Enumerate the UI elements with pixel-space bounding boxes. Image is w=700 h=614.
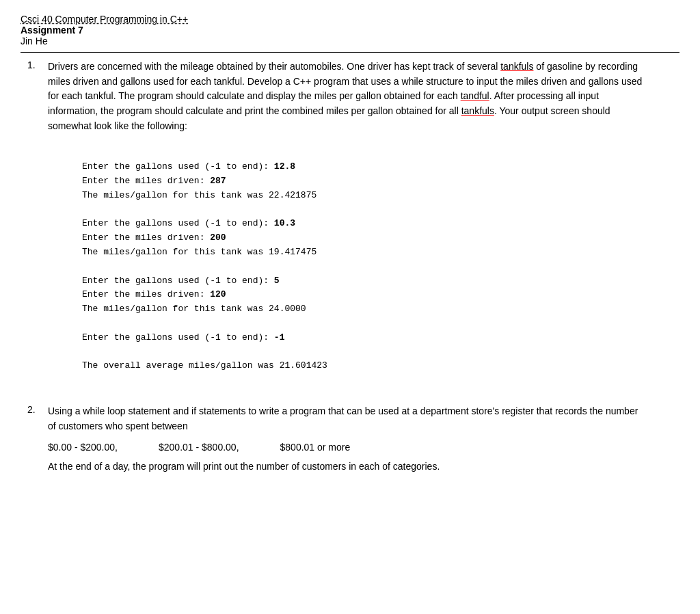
code-line-1: Enter the gallons used (-1 to end): 12.8 [82, 161, 295, 172]
gallons-value-2: 10.3 [274, 218, 295, 228]
question-1: 1. Drivers are concerned with the mileag… [27, 59, 679, 388]
price-range-3: $800.01 or more [280, 442, 351, 453]
question-1-number: 1. [27, 59, 48, 70]
code-line-4: Enter the gallons used (-1 to end): 10.3 [82, 218, 295, 228]
code-line-8: Enter the miles driven: 120 [82, 289, 226, 299]
miles-value-3: 120 [210, 289, 226, 299]
gallons-value-4: -1 [274, 332, 285, 343]
tankfuls-2: tankfuls [461, 105, 494, 116]
code-line-9: The miles/gallon for this tank was 24.00… [82, 304, 306, 314]
price-ranges: $0.00 - $200.00, $200.01 - $800.00, $800… [48, 442, 679, 453]
code-line-5: Enter the miles driven: 200 [82, 232, 226, 243]
question-2: 2. Using a while loop statement and if s… [27, 404, 679, 475]
tandful: tandful [461, 90, 489, 101]
question-2-number: 2. [27, 404, 48, 415]
header-divider [21, 52, 679, 53]
question-2-conclusion: At the end of a day, the program will pr… [48, 459, 643, 475]
code-line-11: The overall average miles/gallon was 21.… [82, 360, 327, 371]
tankfuls-1: tankfuls [500, 61, 533, 72]
course-title: Csci 40 Computer Programming in C++ [21, 14, 679, 25]
price-range-2: $200.01 - $800.00, [159, 442, 239, 453]
gallons-value-1: 12.8 [274, 161, 295, 172]
code-line-3: The miles/gallon for this tank was 22.42… [82, 190, 317, 200]
code-output-block: Enter the gallons used (-1 to end): 12.8… [82, 146, 679, 388]
code-line-2: Enter the miles driven: 287 [82, 176, 226, 186]
code-line-7: Enter the gallons used (-1 to end): 5 [82, 276, 280, 286]
price-range-1: $0.00 - $200.00, [48, 442, 118, 453]
question-2-text: Using a while loop statement and if stat… [48, 404, 643, 433]
code-line-10: Enter the gallons used (-1 to end): -1 [82, 332, 284, 343]
question-1-block: 1. Drivers are concerned with the mileag… [27, 59, 679, 133]
author-name: Jin He [21, 36, 679, 46]
code-line-6: The miles/gallon for this tank was 19.41… [82, 247, 317, 257]
question-2-block: 2. Using a while loop statement and if s… [27, 404, 679, 433]
gallons-value-3: 5 [274, 276, 280, 286]
miles-value-1: 287 [210, 176, 226, 186]
assignment-title: Assignment 7 [21, 25, 679, 36]
content: 1. Drivers are concerned with the mileag… [21, 59, 679, 475]
question-1-text: Drivers are concerned with the mileage o… [48, 59, 643, 133]
header: Csci 40 Computer Programming in C++ Assi… [21, 14, 679, 46]
miles-value-2: 200 [210, 232, 226, 243]
